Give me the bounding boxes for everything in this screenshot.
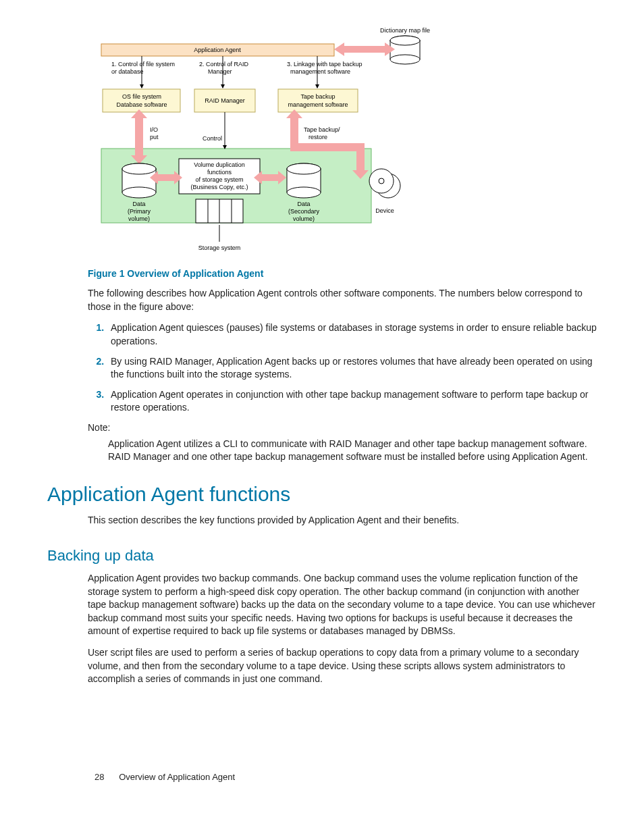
raid-manager-label: RAID Manager: [205, 97, 245, 104]
page-number: 28: [95, 772, 104, 782]
secondary-volume-icon: [287, 163, 321, 198]
svg-rect-28: [262, 174, 278, 181]
io-label-a: I/O: [150, 126, 158, 133]
control-label: Control: [203, 135, 222, 142]
storage-system-label: Storage system: [198, 244, 241, 251]
svg-point-36: [287, 163, 321, 174]
tape-br-label-a: Tape backup/: [304, 126, 340, 133]
list-item: Application Agent quiesces (pauses) file…: [107, 321, 597, 348]
col2-label-a: 2. Control of RAID: [199, 61, 249, 68]
intro-paragraph: The following describes how Application …: [88, 287, 597, 313]
footer-title: Overview of Application Agent: [119, 772, 235, 782]
primary-label-a: Data: [132, 201, 145, 207]
os-filesystem-label-b: Database software: [116, 101, 167, 108]
tape-br-label-b: restore: [308, 134, 327, 140]
tape-device-icon: [369, 169, 400, 198]
secondary-label-b: (Secondary: [288, 208, 320, 215]
backup-paragraph-2: User script files are used to perform a …: [88, 646, 597, 686]
voldup-b: functions: [207, 169, 232, 176]
tape-backup-sw-label-a: Tape backup: [300, 93, 335, 100]
list-item: Application Agent operates in conjunctio…: [107, 388, 597, 415]
arrow-io: [135, 118, 143, 155]
os-filesystem-label-a: OS file system: [122, 93, 161, 100]
voldup-a: Volume duplication: [194, 161, 245, 168]
voldup-c: of storage system: [195, 176, 243, 183]
note-label: Note:: [88, 421, 597, 435]
svg-rect-25: [158, 174, 174, 181]
primary-label-b: (Primary: [128, 208, 151, 215]
subsection-heading-backing-up-data: Backing up data: [47, 546, 597, 567]
tape-dev-b: Device: [375, 207, 394, 214]
dictionary-map-file-label: Dictionary map file: [380, 27, 430, 34]
svg-point-5: [390, 36, 420, 45]
voldup-d: (Business Copy, etc.): [191, 184, 248, 190]
page-footer: 28 Overview of Application Agent: [95, 771, 235, 783]
io-label-b: put: [150, 134, 159, 140]
primary-volume-icon: [122, 163, 156, 198]
secondary-label-c: volume): [293, 215, 315, 222]
col1-label-b: or database: [111, 68, 144, 75]
svg-rect-17: [356, 143, 365, 170]
col3-label-b: management software: [290, 68, 350, 75]
col1-label-a: 1. Control of file system: [111, 61, 175, 68]
figure-caption: Figure 1 Overview of Application Agent: [88, 267, 597, 281]
svg-point-23: [122, 187, 156, 198]
primary-label-c: volume): [128, 215, 150, 222]
svg-point-39: [379, 178, 384, 184]
backup-paragraph-1: Application Agent provides two backup co…: [88, 572, 597, 638]
svg-point-4: [390, 55, 420, 64]
secondary-label-a: Data: [297, 201, 310, 207]
storage-system-icon: [196, 199, 243, 223]
numbered-list: Application Agent quiesces (pauses) file…: [88, 321, 597, 415]
dictionary-map-file-icon: [390, 36, 420, 64]
svg-rect-16: [290, 143, 365, 151]
figure-diagram: Dictionary map file Application Agent 1.…: [88, 27, 597, 261]
note-body: Application Agent utilizes a CLI to comm…: [108, 438, 597, 464]
col2-label-b: Manager: [208, 68, 232, 75]
application-agent-bar-label: Application Agent: [194, 47, 241, 53]
svg-marker-7: [334, 43, 344, 56]
section-heading-app-agent-functions: Application Agent functions: [47, 480, 597, 509]
col3-label-a: 3. Linkage with tape backup: [287, 61, 363, 68]
arrow-appagent-dictfile: [344, 46, 385, 53]
svg-point-24: [122, 163, 156, 174]
tape-backup-sw-label-b: management software: [288, 101, 348, 108]
list-item: By using RAID Manager, Application Agent…: [107, 355, 597, 382]
page: Dictionary map file Application Agent 1.…: [47, 27, 597, 804]
svg-point-35: [287, 187, 321, 198]
section-intro-paragraph: This section describes the key functions…: [88, 514, 597, 527]
